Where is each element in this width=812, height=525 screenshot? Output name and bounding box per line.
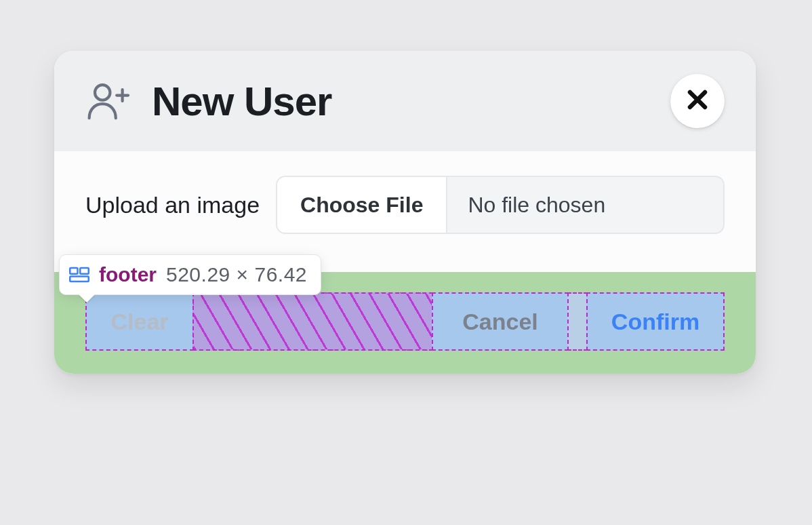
footer-flex-gap — [567, 292, 588, 351]
svg-point-0 — [95, 85, 110, 100]
close-icon — [685, 87, 710, 115]
file-status-text: No file chosen — [447, 177, 723, 233]
confirm-button[interactable]: Confirm — [586, 292, 725, 351]
dialog-header: New User — [54, 51, 756, 151]
dialog-title: New User — [152, 78, 670, 125]
svg-rect-6 — [80, 268, 89, 274]
file-input[interactable]: Choose File No file chosen — [276, 176, 725, 234]
flex-container-icon — [69, 267, 89, 283]
footer-flex-spacer — [192, 292, 433, 351]
upload-label: Upload an image — [85, 192, 260, 218]
inspect-dimensions: 520.29 × 76.42 — [166, 263, 307, 286]
svg-rect-5 — [70, 268, 77, 274]
choose-file-button[interactable]: Choose File — [277, 177, 447, 233]
cancel-button[interactable]: Cancel — [432, 292, 569, 351]
new-user-dialog: New User Upload an image Choose File No … — [54, 51, 756, 374]
close-button[interactable] — [670, 74, 725, 128]
svg-rect-7 — [70, 277, 89, 282]
inspect-tag-name: footer — [99, 263, 157, 286]
devtools-inspect-tooltip: footer 520.29 × 76.42 — [59, 254, 321, 295]
add-user-icon — [85, 82, 133, 120]
clear-button[interactable]: Clear — [85, 292, 194, 351]
